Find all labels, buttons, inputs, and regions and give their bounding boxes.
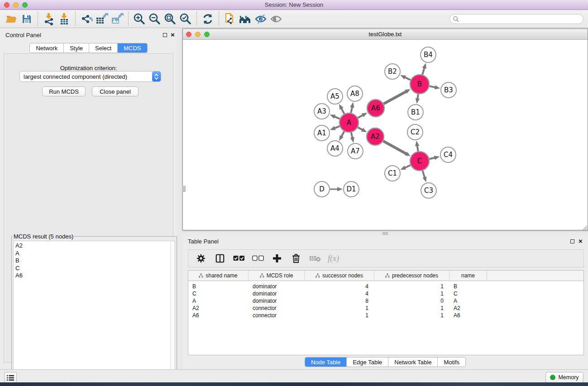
window-titlebar[interactable]: Session: New Session — [0, 0, 588, 10]
table-row[interactable]: Adominator80A — [188, 297, 583, 305]
close-table-panel-icon[interactable]: × — [578, 237, 583, 245]
search-field[interactable] — [449, 14, 583, 24]
table-cell[interactable]: 0 — [374, 297, 449, 305]
select-all-columns-icon[interactable] — [233, 251, 245, 266]
memory-button[interactable]: Memory — [545, 372, 583, 383]
export-network-icon[interactable] — [79, 12, 94, 26]
result-list-scrollbar[interactable] — [170, 241, 175, 384]
network-window-titlebar[interactable]: testGlobe.txt — [183, 29, 588, 40]
save-icon[interactable] — [19, 12, 34, 26]
network-canvas[interactable]: B4B2BB3A5A8A6A3B1AA1C2A2A4A7CC4C1C3DD1 — [183, 40, 588, 230]
import-table-icon[interactable] — [57, 12, 72, 26]
table-cell[interactable]: C — [449, 290, 487, 297]
list-item[interactable]: A — [15, 250, 170, 257]
zoom-out-icon[interactable] — [147, 12, 163, 26]
list-item[interactable]: C — [15, 265, 170, 272]
float-table-panel-icon[interactable] — [570, 239, 574, 243]
table-cell[interactable]: A6 — [188, 312, 249, 319]
network-overview-icon[interactable] — [238, 12, 253, 26]
graph-edge-B-B4[interactable] — [422, 66, 425, 75]
table-cell[interactable]: connector — [249, 305, 305, 312]
graph-edge-C-C4[interactable] — [429, 157, 437, 159]
graph-edge-A-A5[interactable] — [340, 106, 344, 114]
zoom-fit-icon[interactable] — [163, 12, 178, 26]
close-panel-button[interactable]: Close panel — [92, 86, 139, 96]
graph-edge-A-A3[interactable] — [332, 116, 340, 119]
table-cell[interactable]: A2 — [449, 305, 487, 312]
table-cell[interactable]: 4 — [305, 283, 374, 290]
close-panel-icon[interactable]: × — [171, 31, 175, 39]
column-header-predecessor-nodes[interactable]: predecessor nodes — [374, 271, 449, 281]
function-builder-icon[interactable]: f(x) — [328, 254, 339, 263]
table-cell[interactable]: 1 — [305, 305, 374, 312]
table-cell[interactable]: C — [188, 290, 249, 297]
table-cell[interactable]: A6 — [449, 312, 487, 319]
table-cell[interactable]: dominator — [249, 283, 305, 290]
zoom-in-icon[interactable] — [132, 12, 147, 26]
table-cell[interactable]: 1 — [305, 312, 374, 319]
list-item[interactable]: A2 — [15, 242, 170, 250]
graph-edge-A-A7[interactable] — [351, 132, 353, 140]
table-cell[interactable]: A2 — [188, 305, 249, 312]
table-row[interactable]: A6connector11A6 — [188, 312, 583, 319]
network-vscroll-thumb[interactable] — [182, 186, 186, 192]
column-header-name[interactable]: name — [449, 271, 487, 281]
table-cell[interactable]: A — [449, 297, 487, 305]
clone-network-icon[interactable] — [222, 12, 238, 26]
list-item[interactable]: B — [15, 257, 170, 265]
graph-edge-A-A1[interactable] — [332, 126, 339, 129]
show-column-panel-icon[interactable] — [214, 251, 226, 266]
column-header-successor-nodes[interactable]: successor nodes — [305, 271, 374, 281]
list-item[interactable]: A6 — [15, 272, 170, 280]
import-network-icon[interactable] — [41, 12, 57, 26]
table-cell[interactable]: 1 — [374, 283, 449, 290]
tab-network-table[interactable]: Network Table — [388, 357, 438, 367]
tab-style[interactable]: Style — [64, 43, 89, 52]
table-cell[interactable]: 1 — [374, 305, 449, 312]
search-input[interactable] — [459, 15, 583, 23]
table-cell[interactable]: 8 — [305, 297, 374, 305]
graph-edge-B-B3[interactable] — [430, 86, 438, 88]
tab-edge-table[interactable]: Edge Table — [347, 357, 388, 367]
hide-graphics-details-icon[interactable] — [253, 12, 268, 26]
table-cell[interactable]: B — [449, 283, 487, 290]
table-cell[interactable]: 4 — [305, 290, 374, 297]
zoom-selected-icon[interactable] — [178, 12, 193, 26]
graph-edge-A-A8[interactable] — [351, 105, 353, 113]
table-cell[interactable]: 1 — [374, 290, 449, 297]
add-column-icon[interactable] — [271, 251, 283, 266]
float-panel-icon[interactable] — [163, 33, 167, 37]
window-resize-grip[interactable] — [581, 224, 588, 231]
table-cell[interactable]: dominator — [249, 290, 305, 297]
refresh-icon[interactable] — [200, 12, 215, 26]
delete-table-icon[interactable] — [309, 251, 321, 266]
graph-edge-C-C1[interactable] — [403, 165, 411, 169]
tab-select[interactable]: Select — [89, 43, 118, 52]
graph-edge-C-C2[interactable] — [417, 143, 418, 152]
table-row[interactable]: A2connector11A2 — [188, 305, 583, 312]
export-table-icon[interactable] — [94, 12, 110, 26]
task-history-button[interactable] — [4, 372, 17, 383]
graph-edge-A-A4[interactable] — [340, 131, 344, 138]
export-image-icon[interactable] — [110, 12, 125, 26]
graph-edge-C-C3[interactable] — [422, 171, 425, 180]
settings-gear-icon[interactable] — [195, 251, 207, 266]
tab-motifs[interactable]: Motifs — [438, 357, 465, 367]
graph-edge-A-A2[interactable] — [358, 127, 364, 131]
tab-mcds[interactable]: MCDS — [118, 43, 147, 52]
tab-node-table[interactable]: Node Table — [305, 357, 347, 367]
graph-edge-A6-B[interactable] — [384, 91, 408, 104]
graph-edge-B-B2[interactable] — [403, 76, 411, 80]
column-header-shared-name[interactable]: shared name — [188, 271, 249, 281]
table-cell[interactable]: connector — [249, 312, 305, 319]
graph-edge-A2-C[interactable] — [383, 141, 408, 155]
open-file-icon[interactable] — [4, 12, 19, 26]
column-header-MCDS-role[interactable]: MCDS role — [249, 271, 305, 281]
table-cell[interactable]: dominator — [249, 297, 305, 305]
network-hscroll-thumb[interactable] — [382, 232, 388, 235]
table-cell[interactable]: A — [188, 297, 249, 305]
tab-network[interactable]: Network — [30, 43, 64, 52]
unselect-all-columns-icon[interactable] — [252, 251, 264, 266]
criterion-dropdown[interactable]: largest connected component (directed) — [19, 71, 161, 82]
table-cell[interactable]: 1 — [374, 312, 449, 319]
